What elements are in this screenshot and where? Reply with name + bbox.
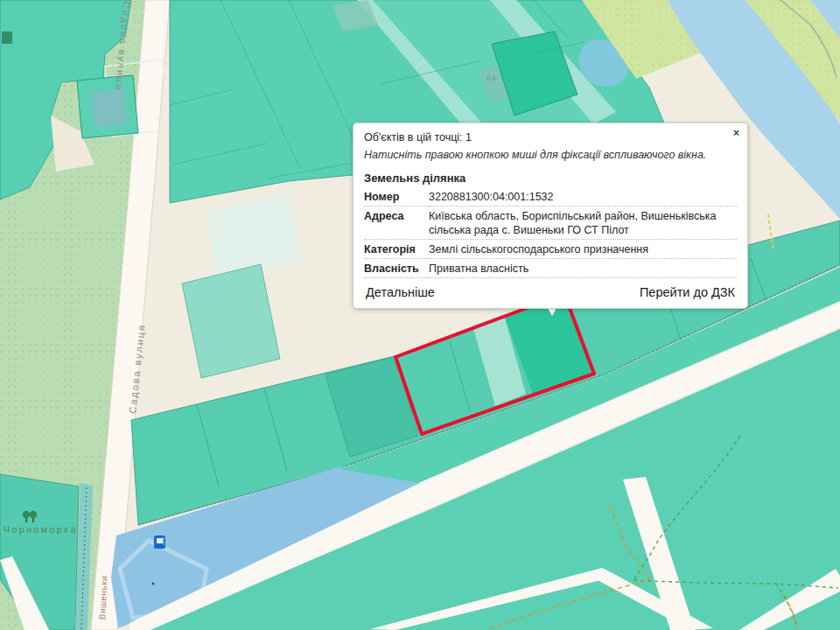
attr-value: Землі сільськогосподарського призначення <box>429 240 737 259</box>
objects-count-line: Об'єктів в цій точці: 1 <box>364 130 737 144</box>
attr-value: Приватна власність <box>429 259 737 278</box>
popup-hint: Натисніть правою кнопкою миші для фіксац… <box>364 148 737 162</box>
building-inner <box>91 89 127 128</box>
attr-value: Київська область, Бориспільський район, … <box>429 206 737 240</box>
attr-label: Категорія <box>364 240 429 259</box>
details-link[interactable]: Детальніше <box>366 285 435 299</box>
go-to-dzk-link[interactable]: Перейти до ДЗК <box>640 285 735 299</box>
map-canvas[interactable]: Садова вулиця Садова вулиця Вишеньки Чор… <box>0 0 840 630</box>
info-popup: × Об'єктів в цій точці: 1 Натисніть прав… <box>353 122 748 309</box>
table-row: Адреса Київська область, Бориспільський … <box>364 206 737 240</box>
table-row: Власність Приватна власність <box>364 259 737 278</box>
popup-section-title: Земельнs ділянка <box>364 172 737 186</box>
attr-label: Номер <box>364 187 429 206</box>
close-icon[interactable]: × <box>733 128 739 138</box>
parcel-attributes-table: Номер 3220881300:04:001:1532 Адреса Київ… <box>364 187 737 278</box>
attr-label: Власність <box>364 259 429 278</box>
attr-label: Адреса <box>364 206 429 240</box>
map-graphics <box>0 0 840 630</box>
table-row: Номер 3220881300:04:001:1532 <box>364 187 737 206</box>
table-row: Категорія Землі сільськогосподарського п… <box>364 240 737 259</box>
small-building <box>2 32 12 44</box>
attr-value: 3220881300:04:001:1532 <box>429 187 737 206</box>
fuel-station-icon[interactable] <box>154 536 165 549</box>
popup-footer: Детальніше Перейти до ДЗК <box>364 285 737 299</box>
